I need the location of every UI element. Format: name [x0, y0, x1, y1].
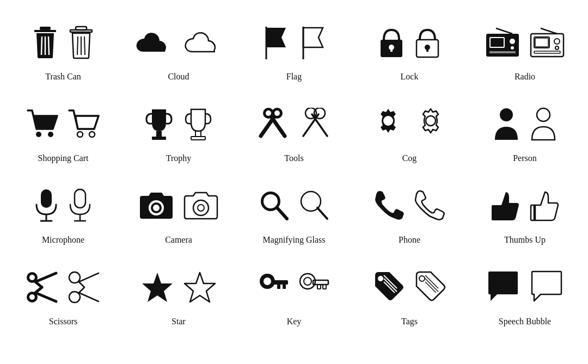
svg-point-98	[378, 276, 383, 281]
tags-label: Tags	[401, 317, 418, 326]
star-outline-icon	[183, 272, 216, 303]
svg-rect-90	[273, 280, 288, 285]
key-filled-icon	[259, 272, 289, 303]
svg-rect-92	[277, 285, 280, 289]
tags-filled-icon	[373, 271, 405, 304]
shopping-cart-filled-icon	[27, 108, 58, 140]
svg-line-104	[425, 279, 438, 292]
icon-group-shopping-cart: Shopping Cart	[5, 92, 121, 169]
shopping-cart-outline-icon	[68, 108, 100, 140]
icon-row-shopping-cart	[27, 102, 100, 146]
cloud-filled-icon	[134, 29, 174, 56]
svg-point-29	[555, 46, 559, 50]
svg-point-81	[69, 272, 80, 283]
svg-line-83	[79, 293, 99, 301]
thumbs-up-filled-icon	[491, 190, 520, 221]
scissors-outline-icon	[68, 271, 101, 304]
icon-group-trash-can: Trash Can	[5, 11, 121, 87]
scissors-label: Scissors	[49, 317, 77, 326]
shopping-cart-label: Shopping Cart	[38, 153, 89, 163]
icon-group-person: Person	[467, 92, 583, 169]
key-outline-icon	[299, 272, 329, 303]
svg-point-63	[193, 200, 209, 215]
svg-point-33	[48, 132, 53, 137]
svg-point-102	[419, 276, 425, 281]
svg-point-80	[69, 292, 80, 303]
svg-rect-30	[534, 51, 560, 53]
icon-group-microphone: Microphone	[5, 174, 121, 250]
camera-filled-icon	[139, 192, 174, 220]
icon-row-flag	[262, 21, 326, 64]
microphone-label: Microphone	[42, 235, 84, 245]
svg-point-35	[89, 132, 95, 137]
svg-rect-0	[40, 27, 51, 30]
svg-point-32	[36, 132, 41, 137]
flag-label: Flag	[286, 72, 302, 82]
thumbs-up-label: Thumbs Up	[504, 235, 546, 245]
tools-filled-icon	[256, 108, 289, 140]
magnifying-glass-outline-icon	[299, 189, 329, 222]
svg-line-24	[496, 28, 512, 34]
icon-row-phone	[374, 184, 445, 227]
cloud-outline-icon	[183, 29, 223, 56]
svg-line-4	[48, 36, 49, 55]
svg-rect-91	[283, 285, 286, 289]
svg-point-64	[198, 205, 204, 211]
cog-label: Cog	[402, 153, 417, 163]
speech-bubble-outline-icon	[530, 270, 564, 304]
svg-line-76	[35, 273, 56, 282]
magnifying-glass-label: Magnifying Glass	[262, 235, 325, 245]
svg-line-79	[35, 287, 42, 293]
icon-row-trash-can	[32, 21, 94, 64]
svg-point-62	[153, 205, 160, 211]
svg-rect-39	[191, 137, 205, 140]
svg-rect-23	[489, 51, 516, 53]
svg-point-73	[29, 294, 35, 300]
person-label: Person	[513, 153, 537, 163]
icon-row-person	[493, 102, 557, 146]
trophy-outline-icon	[183, 107, 213, 141]
speech-bubble-label: Speech Bubble	[499, 317, 551, 326]
cog-outline-icon	[414, 108, 447, 140]
svg-rect-1	[34, 30, 56, 32]
key-label: Key	[287, 317, 302, 326]
thumbs-up-outline-icon	[530, 190, 559, 221]
lock-label: Lock	[401, 72, 419, 82]
svg-rect-36	[156, 131, 162, 137]
icon-group-scissors: Scissors	[5, 256, 121, 332]
svg-point-66	[264, 194, 278, 208]
icon-group-radio: Radio	[467, 11, 583, 87]
svg-point-50	[383, 116, 393, 126]
icon-row-speech-bubble	[486, 266, 564, 309]
trash-can-label: Trash Can	[45, 72, 81, 82]
camera-label: Camera	[165, 235, 192, 245]
icon-row-key	[259, 266, 329, 309]
trophy-filled-icon	[144, 107, 174, 141]
star-label: Star	[171, 317, 186, 326]
svg-line-84	[79, 282, 84, 287]
icon-row-camera	[139, 184, 218, 227]
svg-line-67	[277, 208, 287, 219]
icon-group-camera: Camera	[121, 174, 236, 250]
icon-row-scissors	[26, 266, 101, 309]
phone-filled-icon	[374, 190, 405, 221]
icon-group-lock: Lock	[352, 11, 467, 87]
icon-row-cloud	[134, 21, 223, 64]
lock-filled-icon	[378, 26, 405, 59]
trophy-label: Trophy	[166, 153, 192, 163]
svg-rect-71	[531, 205, 535, 220]
svg-rect-70	[492, 205, 496, 220]
svg-line-82	[79, 273, 99, 282]
svg-rect-54	[41, 189, 52, 208]
icon-grid: Trash Can Cloud Flag	[0, 0, 588, 343]
svg-rect-26	[534, 37, 549, 48]
icon-group-thumbs-up: Thumbs Up	[467, 174, 583, 250]
icon-group-tags: Tags	[352, 256, 467, 332]
speech-bubble-filled-icon	[486, 270, 520, 304]
icon-group-key: Key	[236, 256, 352, 332]
icon-row-trophy	[144, 102, 213, 146]
icon-row-tags	[373, 266, 446, 309]
svg-point-89	[264, 277, 271, 285]
icon-group-cloud: Cloud	[121, 11, 236, 87]
icon-group-star: Star	[121, 256, 236, 332]
